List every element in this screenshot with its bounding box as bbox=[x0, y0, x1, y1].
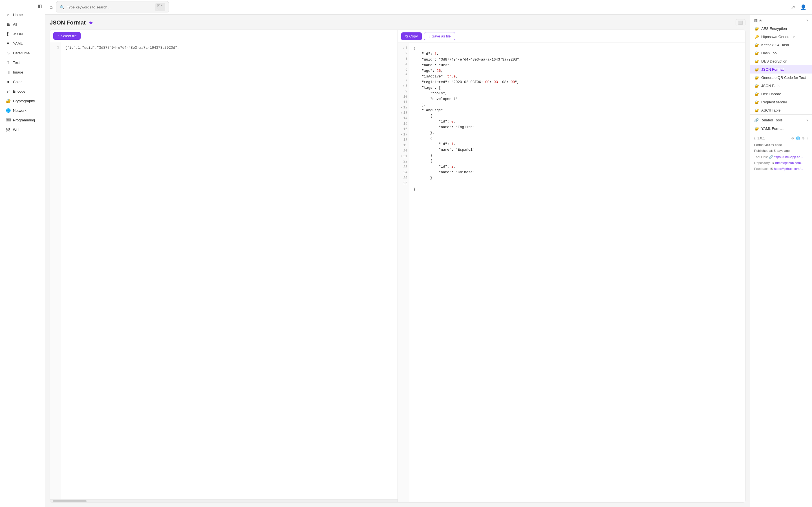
right-panel-item-json-format[interactable]: 🔐 JSON Format bbox=[750, 65, 812, 73]
all-section-collapse[interactable]: ▾ bbox=[806, 18, 808, 22]
output-line-numbers: ▾ 1 2 3 4 5 6 7 ▾ 8 9 10 bbox=[398, 43, 409, 502]
sidebar-item-datetime[interactable]: ⊙ Date/Time bbox=[2, 48, 43, 57]
save-icon: ↓ bbox=[428, 34, 430, 38]
save-as-file-button[interactable]: ↓ Save as file bbox=[424, 32, 455, 40]
version-section: ℹ 1.0.1 ⚙ 🌐 ⊙ ↓ Format JSON code Publish… bbox=[750, 133, 812, 176]
version-number: 1.0.1 bbox=[757, 136, 765, 140]
right-panel-item-json-path[interactable]: 🔐 JSON Path bbox=[750, 82, 812, 90]
search-box[interactable]: 🔍 ⌘ + K bbox=[56, 1, 169, 13]
keccak-icon: 🔐 bbox=[755, 43, 759, 47]
globe-icon[interactable]: 🌐 bbox=[796, 136, 800, 140]
sidebar-item-label: Home bbox=[13, 13, 23, 17]
sidebar-item-label: Color bbox=[13, 80, 22, 84]
output-code-content[interactable]: { "id": 1, "uuid": "3d877494-e7d4-48e3-a… bbox=[409, 43, 745, 502]
ascii-icon: 🔐 bbox=[755, 108, 759, 112]
color-icon: ● bbox=[6, 79, 11, 84]
copy-icon: ⧉ bbox=[405, 34, 408, 39]
sidebar-item-image[interactable]: ◫ Image bbox=[2, 68, 43, 76]
search-shortcut: ⌘ + K bbox=[155, 3, 165, 11]
sidebar-item-yaml[interactable]: ≡ YAML bbox=[2, 39, 43, 48]
input-section: ↑ Select file 1 {"id":1,"uuid":"3d877494… bbox=[50, 30, 398, 502]
image-icon: ◫ bbox=[6, 70, 11, 74]
search-icon: 🔍 bbox=[60, 5, 64, 10]
htpasswd-icon: 🔑 bbox=[755, 35, 759, 39]
copy-button[interactable]: ⧉ Copy bbox=[401, 33, 422, 40]
right-panel-item-hash-tool[interactable]: 🔐 Hash Tool bbox=[750, 49, 812, 57]
sidebar-item-label: Date/Time bbox=[13, 51, 30, 55]
version-tool-link: Tool Link: 🔗 https://t.he3app.co... bbox=[754, 155, 808, 159]
des-icon: 🔐 bbox=[755, 59, 759, 63]
search-input[interactable] bbox=[67, 5, 153, 9]
toggle-sidebar-button[interactable]: ◧ bbox=[38, 3, 42, 9]
right-panel-item-request-sender[interactable]: 🔐 Request sender bbox=[750, 98, 812, 106]
right-panel-item-aes-encryption[interactable]: 🔐 AES Encryption bbox=[750, 24, 812, 33]
right-panel-item-keccak[interactable]: 🔐 Keccak224 Hash bbox=[750, 41, 812, 49]
repo-icon: ⊕ bbox=[771, 161, 775, 165]
input-editor[interactable]: 1 {"id":1,"uuid":"3d877494-e7d4-48e3-aa7… bbox=[50, 42, 398, 499]
related-tools-icon: 🔗 bbox=[754, 118, 759, 122]
expand-icon[interactable]: ↓ bbox=[806, 136, 808, 140]
right-panel-item-des-decryption[interactable]: 🔐 DES Decryption bbox=[750, 57, 812, 65]
input-code-content[interactable]: {"id":1,"uuid":"3d877494-e7d4-48e3-aa7a-… bbox=[61, 42, 398, 499]
qr-code-icon: 🔐 bbox=[755, 76, 759, 80]
related-tools-section: 🔗 Related Tools ▾ 🔐 YAML Format bbox=[750, 115, 812, 133]
input-scrollbar[interactable] bbox=[50, 499, 398, 502]
output-editor[interactable]: ▾ 1 2 3 4 5 6 7 ▾ 8 9 10 bbox=[398, 43, 746, 502]
scrollbar-thumb[interactable] bbox=[53, 500, 87, 502]
version-header: ℹ 1.0.1 ⚙ 🌐 ⊙ ↓ bbox=[754, 136, 808, 140]
sidebar-item-cryptography[interactable]: 🔐 Cryptography bbox=[2, 96, 43, 105]
share-button[interactable]: ↗ bbox=[790, 3, 796, 11]
input-line-numbers: 1 bbox=[50, 42, 61, 499]
sidebar: ◧ ⌂ Home ▦ All {} JSON ≡ YAML ⊙ Date/Tim… bbox=[0, 0, 45, 507]
sidebar-item-label: All bbox=[13, 22, 17, 26]
feedback-link[interactable]: https://github.com/... bbox=[774, 167, 803, 170]
sidebar-item-text[interactable]: T Text bbox=[2, 58, 43, 67]
content-area: JSON Format ★ ⬜ ↑ Select file bbox=[45, 15, 812, 507]
hash-icon: 🔐 bbox=[755, 51, 759, 55]
related-tools-collapse[interactable]: ▾ bbox=[806, 118, 808, 122]
right-panel-item-yaml-format[interactable]: 🔐 YAML Format bbox=[750, 124, 812, 133]
encode-icon: ⇄ bbox=[6, 89, 11, 94]
tool-link[interactable]: https://t.he3app.co... bbox=[774, 155, 803, 159]
settings-icon[interactable]: ⚙ bbox=[791, 136, 794, 140]
favorite-icon[interactable]: ★ bbox=[89, 20, 93, 26]
sidebar-item-encode[interactable]: ⇄ Encode bbox=[2, 87, 43, 96]
sidebar-item-label: Image bbox=[13, 70, 23, 74]
sidebar-item-label: Network bbox=[13, 108, 27, 113]
sidebar-item-web[interactable]: 🕸 Web bbox=[2, 125, 43, 134]
user-button[interactable]: 👤 bbox=[799, 3, 808, 11]
programming-icon: ⌨ bbox=[6, 118, 11, 122]
sidebar-item-label: Text bbox=[13, 61, 20, 65]
sidebar-item-all[interactable]: ▦ All bbox=[2, 20, 43, 29]
feedback-icon: ✉ bbox=[770, 167, 774, 170]
home-icon: ⌂ bbox=[6, 12, 11, 17]
sidebar-toggle[interactable]: ◧ bbox=[0, 0, 45, 10]
sidebar-item-network[interactable]: 🌐 Network bbox=[2, 106, 43, 115]
select-file-button[interactable]: ↑ Select file bbox=[53, 32, 81, 40]
right-panel: ▦ All ▾ 🔐 AES Encryption 🔑 Htpasswd Gene… bbox=[750, 15, 812, 507]
all-section-icon: ▦ bbox=[754, 18, 758, 22]
sidebar-item-color[interactable]: ● Color bbox=[2, 77, 43, 86]
home-button[interactable]: ⌂ bbox=[50, 4, 53, 10]
sidebar-item-json[interactable]: {} JSON bbox=[2, 29, 43, 38]
version-feedback: Feedback: ✉ https://github.com/... bbox=[754, 166, 808, 171]
right-panel-item-hex-encode[interactable]: 🔐 Hex Encode bbox=[750, 90, 812, 98]
sidebar-item-label: Programming bbox=[13, 118, 35, 122]
panel-toggle-button[interactable]: ⬜ bbox=[735, 19, 746, 26]
output-toolbar: ⧉ Copy ↓ Save as file bbox=[398, 30, 746, 43]
tool-header: JSON Format ★ ⬜ bbox=[50, 19, 746, 26]
right-panel-item-qr-code[interactable]: 🔐 Generate QR Code for Text bbox=[750, 73, 812, 82]
upload-icon: ↑ bbox=[57, 34, 59, 38]
right-panel-item-ascii-table[interactable]: 🔐 ASCII Table bbox=[750, 106, 812, 114]
sidebar-item-programming[interactable]: ⌨ Programming bbox=[2, 115, 43, 124]
main-wrapper: ⌂ 🔍 ⌘ + K ↗ 👤 JSON Format ★ ⬜ bbox=[45, 0, 812, 507]
version-published: Published at: 5 days ago bbox=[754, 149, 808, 153]
json-format-icon: 🔐 bbox=[755, 68, 759, 71]
output-section: ⧉ Copy ↓ Save as file ▾ 1 2 3 bbox=[398, 30, 746, 502]
sidebar-item-home[interactable]: ⌂ Home bbox=[2, 10, 43, 19]
repository-link[interactable]: https://github.com... bbox=[775, 161, 804, 165]
github-icon[interactable]: ⊙ bbox=[802, 136, 805, 140]
right-panel-item-htpasswd[interactable]: 🔑 Htpasswd Generator bbox=[750, 33, 812, 41]
json-icon: {} bbox=[6, 32, 11, 36]
sidebar-item-label: Web bbox=[13, 128, 20, 132]
